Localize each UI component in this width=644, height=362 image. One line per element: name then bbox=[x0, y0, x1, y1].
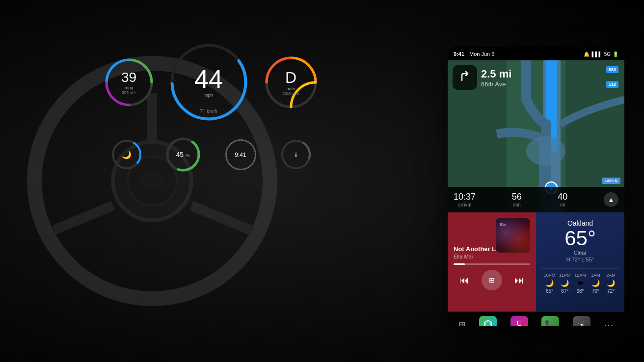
fan-icon-graphic bbox=[576, 319, 587, 327]
weather-hour-item: 12AM 🌧 68° bbox=[572, 273, 588, 294]
weather-low: 55° bbox=[586, 257, 594, 262]
gear-gauge: D auto 2610 rpm bbox=[262, 53, 321, 112]
hour-icon: 🌙 bbox=[557, 279, 572, 287]
mpg-sub: 207mi ÷ bbox=[121, 90, 136, 94]
hour-temp: 72° bbox=[603, 288, 618, 294]
weather-hour-item: 10PM 🌙 65° bbox=[542, 273, 557, 294]
weather-condition: Clear bbox=[542, 250, 618, 256]
hour-time: 12AM bbox=[572, 273, 588, 278]
nav-distance: 2.5 mi bbox=[481, 68, 511, 80]
time-value: 9:41 bbox=[235, 152, 246, 158]
maps-icon-graphic bbox=[483, 319, 493, 327]
speed-unit: mph bbox=[194, 92, 223, 97]
hour-icon: 🌙 bbox=[542, 279, 557, 287]
battery-value: 45 bbox=[176, 151, 184, 158]
highway-badge-880: 880 bbox=[606, 66, 618, 73]
music-artist-name: Ella Mai bbox=[454, 254, 530, 259]
right-sub-gauge: 🌡 bbox=[279, 137, 313, 172]
maps-section[interactable]: ▲ 880 112 I-880 N 2.5 mi 66th Ave 10:37 … bbox=[448, 60, 624, 212]
climate-app-icon[interactable] bbox=[573, 316, 590, 327]
eta-min-value: 56 bbox=[512, 192, 522, 202]
hour-time: 1AM bbox=[588, 273, 603, 278]
phone-app-icon[interactable]: 📞 bbox=[541, 316, 559, 327]
music-card[interactable]: Ella Not Another Love Song Ella Mai ⏮ ⊞ … bbox=[448, 212, 536, 311]
grid-button[interactable]: ⊞ bbox=[482, 270, 502, 290]
speed-kmh: 71 km/h bbox=[200, 109, 217, 114]
more-options-button[interactable]: ⋯ bbox=[604, 319, 614, 327]
eta-miles: 40 mi bbox=[558, 192, 567, 207]
status-icons: 🔔 ▌▌▌ 5G 🔋 bbox=[584, 52, 618, 57]
next-track-button[interactable]: ⏭ bbox=[510, 271, 528, 289]
svg-point-26 bbox=[526, 136, 565, 166]
music-progress-bar bbox=[454, 263, 530, 265]
mpg-gauge: 39 mpg 207mi ÷ bbox=[102, 55, 156, 109]
status-time: 9:41 bbox=[454, 51, 464, 57]
eta-mi-value: 40 bbox=[558, 192, 567, 202]
music-controls: ⏮ ⊞ ⏭ bbox=[454, 270, 530, 290]
home-grid-button[interactable]: ⊞ bbox=[458, 319, 466, 327]
highway-badge-i880n: I-880 N bbox=[602, 178, 620, 184]
nav-info: 2.5 mi 66th Ave bbox=[481, 68, 511, 88]
turn-arrow-icon bbox=[458, 71, 472, 84]
svg-point-29 bbox=[487, 323, 489, 325]
time-gauge: 9:41 bbox=[222, 136, 259, 173]
weather-city: Oakland bbox=[542, 219, 618, 227]
prev-track-button[interactable]: ⏮ bbox=[456, 271, 473, 289]
maps-app-icon[interactable] bbox=[479, 316, 497, 327]
eta-expand-button[interactable]: ▲ bbox=[604, 192, 618, 207]
nav-arrow bbox=[453, 65, 477, 90]
left-sub-gauge: 🌙 bbox=[109, 137, 144, 172]
svg-line-4 bbox=[191, 206, 250, 230]
weather-card[interactable]: Oakland 65° Clear H:72° L:55° 10PM 🌙 65°… bbox=[536, 212, 624, 311]
hour-time: 2AM bbox=[603, 273, 618, 278]
svg-line-3 bbox=[54, 206, 113, 230]
podcasts-app-icon[interactable]: 🎙 bbox=[510, 316, 528, 327]
bell-icon: 🔔 bbox=[584, 52, 590, 57]
dock-bar: ⊞ 🎙 📞 ⋯ bbox=[448, 311, 624, 326]
hour-icon: 🌧 bbox=[572, 279, 588, 287]
weather-hour-item: 11PM 🌙 67° bbox=[557, 273, 572, 294]
hour-temp: 70° bbox=[588, 288, 603, 294]
weather-high: 72° bbox=[572, 257, 580, 262]
eta-arrival-label: arrival bbox=[454, 202, 476, 207]
hour-temp: 68° bbox=[572, 288, 588, 294]
hour-temp: 67° bbox=[557, 288, 572, 294]
hour-time: 10PM bbox=[542, 273, 557, 278]
podcasts-icon-symbol: 🎙 bbox=[515, 319, 524, 326]
gear-rpm: 2610 rpm bbox=[283, 91, 299, 95]
eta-mi-label: mi bbox=[558, 202, 567, 207]
svg-point-30 bbox=[581, 324, 583, 326]
speed-gauge: 44 mph 71 km/h bbox=[166, 39, 252, 125]
speed-value: 44 bbox=[194, 66, 223, 91]
phone-icon-symbol: 📞 bbox=[545, 319, 556, 327]
bottom-cards: Ella Not Another Love Song Ella Mai ⏮ ⊞ … bbox=[448, 212, 624, 311]
battery-gauge: 45 % bbox=[163, 135, 203, 174]
gear-value: D bbox=[285, 68, 296, 86]
carplay-panel: 9:41 Mon Jun 6 🔔 ▌▌▌ 5G 🔋 bbox=[448, 47, 624, 326]
battery-icon: 🔋 bbox=[613, 52, 618, 57]
eta-minutes: 56 min bbox=[512, 192, 522, 207]
album-art: Ella bbox=[496, 218, 530, 253]
artist-signature: Ella bbox=[500, 222, 506, 227]
eta-time: 10:37 bbox=[454, 192, 476, 202]
weather-temp: 65° bbox=[542, 227, 618, 250]
dashboard-cluster: 39 mpg 207mi ÷ 44 mph 71 km/h bbox=[64, 39, 358, 196]
weather-hourly: 10PM 🌙 65° 11PM 🌙 67° 12AM 🌧 68° 1AM 🌙 7… bbox=[542, 268, 618, 294]
hour-time: 11PM bbox=[557, 273, 572, 278]
battery-pct: % bbox=[186, 153, 190, 158]
eta-min-label: min bbox=[512, 202, 522, 207]
nav-street: 66th Ave bbox=[481, 80, 511, 88]
signal-icon: ▌▌▌ bbox=[591, 52, 602, 57]
hour-icon: 🌙 bbox=[603, 279, 618, 287]
gear-sub: auto bbox=[283, 86, 299, 91]
nav-arrow-box: 2.5 mi 66th Ave bbox=[453, 65, 511, 90]
eta-bar: 10:37 arrival 56 min 40 mi ▲ bbox=[448, 187, 624, 212]
weather-hi-lo: H:72° L:55° bbox=[542, 257, 618, 262]
status-bar: 9:41 Mon Jun 6 🔔 ▌▌▌ 5G 🔋 bbox=[448, 47, 624, 60]
hour-icon: 🌙 bbox=[588, 279, 603, 287]
hour-temp: 65° bbox=[542, 288, 557, 294]
weather-hour-item: 1AM 🌙 70° bbox=[588, 273, 603, 294]
eta-arrival: 10:37 arrival bbox=[454, 192, 476, 207]
highway-badge-112: 112 bbox=[606, 81, 618, 88]
network-type: 5G bbox=[604, 52, 611, 57]
